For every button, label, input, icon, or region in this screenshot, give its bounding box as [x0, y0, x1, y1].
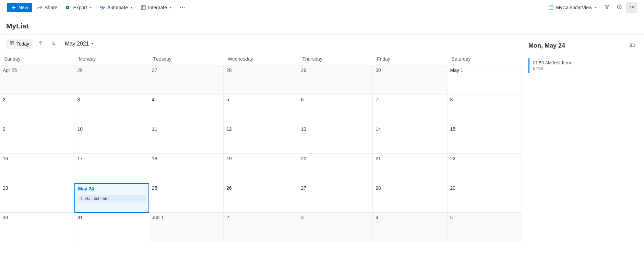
day-cell[interactable]: 8 — [448, 95, 522, 124]
collapse-icon — [629, 4, 634, 10]
chevron-down-icon: ▾ — [131, 5, 132, 9]
day-number: 19 — [226, 156, 295, 161]
day-cell[interactable]: 31 — [74, 213, 149, 242]
day-cell[interactable]: 10 — [74, 124, 149, 154]
day-header: Friday — [373, 53, 447, 65]
integrate-button[interactable]: Integrate ▾ — [137, 3, 175, 12]
day-cell[interactable]: 22 — [448, 154, 522, 183]
today-button[interactable]: Today — [6, 39, 33, 49]
day-cell[interactable]: 30 — [373, 65, 447, 95]
prev-month-button[interactable] — [36, 39, 46, 49]
day-number: 17 — [77, 156, 146, 161]
integrate-icon — [141, 5, 146, 10]
export-button[interactable]: Export ▾ — [62, 3, 95, 12]
day-cell[interactable]: 4 — [149, 95, 224, 124]
command-bar-right: MyCalendarView ▾ — [545, 2, 637, 13]
day-number: 27 — [301, 185, 370, 191]
day-number: 26 — [77, 67, 146, 73]
day-cell[interactable]: 17 — [74, 154, 149, 183]
svg-rect-6 — [630, 44, 634, 47]
export-button-label: Export — [73, 5, 87, 10]
day-cell[interactable]: 6 — [298, 95, 373, 124]
day-cell[interactable]: 20 — [298, 154, 373, 183]
day-cell[interactable]: 25 — [149, 183, 224, 213]
day-cell[interactable]: May 1 — [448, 65, 522, 95]
next-month-button[interactable] — [49, 39, 59, 49]
day-cell[interactable]: 2 — [224, 213, 298, 242]
day-cell[interactable]: 5 — [448, 213, 522, 242]
filter-button[interactable] — [601, 2, 612, 13]
day-number: 29 — [301, 67, 370, 73]
view-switcher[interactable]: MyCalendarView ▾ — [545, 3, 600, 12]
day-cell[interactable]: 26 — [224, 183, 298, 213]
chevron-down-icon: ▾ — [170, 5, 171, 9]
day-cell[interactable]: 26 — [74, 65, 149, 95]
view-name-label: MyCalendarView — [556, 5, 592, 10]
day-header: Saturday — [448, 53, 522, 65]
day-number: 30 — [375, 67, 444, 73]
day-cell[interactable]: 29 — [448, 183, 522, 213]
event-time: 1:59a — [80, 196, 90, 201]
day-number: 3 — [77, 97, 146, 102]
day-cell[interactable]: 15 — [448, 124, 522, 154]
month-picker[interactable]: May 2021 ▾ — [65, 41, 93, 47]
day-cell[interactable]: 27 — [149, 65, 224, 95]
day-cell[interactable]: 18 — [149, 154, 224, 183]
arrow-down-icon — [51, 40, 57, 47]
day-header: Tuesday — [149, 53, 224, 65]
day-cell[interactable]: 27 — [298, 183, 373, 213]
detail-event-time: 01:59 AM — [533, 60, 552, 65]
chevron-down-icon: ▾ — [90, 5, 92, 9]
collapse-pane-button[interactable] — [626, 2, 637, 13]
day-cell[interactable]: Apr 25 — [0, 65, 74, 95]
today-icon — [10, 41, 14, 47]
calendar-event[interactable]: 1:59aTest Item — [78, 195, 145, 202]
detail-pane: Mon, May 24 01:59 AMTest Item0 min — [522, 35, 644, 242]
day-number: 20 — [301, 156, 370, 161]
expand-icon — [630, 42, 635, 49]
day-cell[interactable]: 11 — [149, 124, 224, 154]
day-cell[interactable]: 30 — [0, 213, 74, 242]
day-cell[interactable]: Jun 1 — [149, 213, 224, 242]
day-number: May 1 — [450, 67, 519, 73]
day-cell[interactable]: 28 — [224, 65, 298, 95]
expand-day-button[interactable] — [627, 40, 638, 51]
day-number: 15 — [450, 126, 519, 132]
day-cell[interactable]: 2 — [0, 95, 74, 124]
day-number: 29 — [450, 185, 519, 191]
command-bar-left: New Share Export ▾ Automate ▾ In — [7, 2, 189, 13]
day-cell[interactable]: 4 — [373, 213, 447, 242]
more-button[interactable]: ⋯ — [176, 2, 189, 13]
detail-event-item[interactable]: 01:59 AMTest Item0 min — [528, 58, 638, 73]
day-number: 21 — [375, 156, 444, 161]
day-cell[interactable]: 23 — [0, 183, 74, 213]
day-cell[interactable]: 28 — [373, 183, 447, 213]
day-cell[interactable]: 9 — [0, 124, 74, 154]
day-cell[interactable]: 16 — [0, 154, 74, 183]
day-cell[interactable]: 19 — [224, 154, 298, 183]
day-cell[interactable]: 3 — [74, 95, 149, 124]
day-cell[interactable]: 5 — [224, 95, 298, 124]
list-title-row: MyList — [0, 15, 644, 35]
day-number: 9 — [3, 126, 71, 132]
day-number: 12 — [226, 126, 295, 132]
day-cell[interactable]: 12 — [224, 124, 298, 154]
new-button-label: New — [19, 5, 28, 10]
day-cell[interactable]: 29 — [298, 65, 373, 95]
day-cell[interactable]: 13 — [298, 124, 373, 154]
automate-button[interactable]: Automate ▾ — [96, 3, 136, 12]
day-number: 27 — [152, 67, 220, 73]
day-cell[interactable]: 14 — [373, 124, 447, 154]
integrate-button-label: Integrate — [148, 5, 167, 10]
day-cell[interactable]: 7 — [373, 95, 447, 124]
calendar-grid: SundayMondayTuesdayWednesdayThursdayFrid… — [0, 53, 522, 242]
day-number: 10 — [77, 126, 146, 132]
new-button[interactable]: New — [7, 3, 32, 12]
day-number: 7 — [375, 97, 444, 102]
day-cell[interactable]: 21 — [373, 154, 447, 183]
info-button[interactable] — [614, 2, 625, 13]
share-icon — [37, 5, 43, 10]
day-cell[interactable]: 3 — [298, 213, 373, 242]
share-button[interactable]: Share — [34, 3, 61, 12]
day-cell[interactable]: May 241:59aTest Item — [74, 183, 149, 213]
